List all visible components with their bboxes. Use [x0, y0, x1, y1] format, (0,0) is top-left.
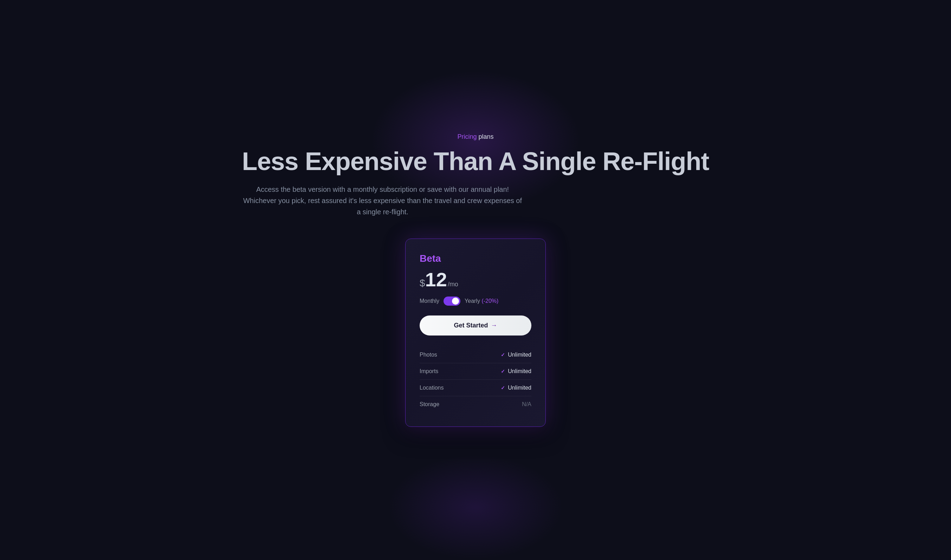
pricing-label: Pricing plans: [242, 133, 709, 140]
pricing-label-white: plans: [477, 133, 493, 140]
arrow-icon: →: [491, 322, 497, 329]
header-section: Pricing plans Less Expensive Than A Sing…: [242, 133, 709, 217]
imports-value: Unlimited: [508, 368, 531, 374]
pricing-card: Beta $ 12 /mo Monthly Yearly (-20%) Get …: [405, 238, 546, 427]
locations-value: Unlimited: [508, 385, 531, 391]
price-amount: 12: [425, 270, 447, 289]
table-row: Storage N/A: [420, 396, 531, 412]
photos-value: Unlimited: [508, 352, 531, 358]
check-icon-locations: ✓: [501, 385, 505, 391]
table-row: Imports ✓ Unlimited: [420, 363, 531, 380]
toggle-thumb: [452, 298, 459, 305]
check-icon-photos: ✓: [501, 352, 505, 358]
storage-value: N/A: [522, 401, 531, 408]
pricing-label-purple: Pricing: [457, 133, 477, 140]
feature-name-locations: Locations: [420, 385, 444, 391]
billing-toggle[interactable]: [443, 297, 460, 306]
feature-value-photos: ✓ Unlimited: [501, 352, 531, 358]
feature-name-storage: Storage: [420, 401, 439, 408]
check-icon-imports: ✓: [501, 369, 505, 374]
bg-glow-bottom: [388, 455, 563, 560]
billing-toggle-row: Monthly Yearly (-20%): [420, 297, 531, 306]
page-wrapper: Pricing plans Less Expensive Than A Sing…: [0, 112, 951, 448]
feature-value-storage: N/A: [522, 401, 531, 408]
price-dollar: $: [420, 277, 425, 289]
features-list: Photos ✓ Unlimited Imports ✓ Unlimited L…: [420, 347, 531, 412]
table-row: Locations ✓ Unlimited: [420, 380, 531, 396]
table-row: Photos ✓ Unlimited: [420, 347, 531, 363]
plan-name: Beta: [420, 253, 531, 264]
yearly-label: Yearly (-20%): [465, 298, 499, 304]
get-started-button[interactable]: Get Started →: [420, 315, 531, 335]
feature-value-imports: ✓ Unlimited: [501, 368, 531, 374]
price-row: $ 12 /mo: [420, 270, 531, 289]
monthly-label: Monthly: [420, 298, 439, 304]
subtitle: Access the beta version with a monthly s…: [242, 184, 523, 217]
main-title: Less Expensive Than A Single Re-Flight: [242, 148, 709, 175]
feature-name-imports: Imports: [420, 368, 438, 374]
yearly-discount: (-20%): [482, 298, 499, 304]
toggle-track: [443, 297, 460, 306]
get-started-label: Get Started: [454, 322, 488, 329]
feature-name-photos: Photos: [420, 352, 437, 358]
feature-value-locations: ✓ Unlimited: [501, 385, 531, 391]
price-period: /mo: [448, 281, 458, 288]
